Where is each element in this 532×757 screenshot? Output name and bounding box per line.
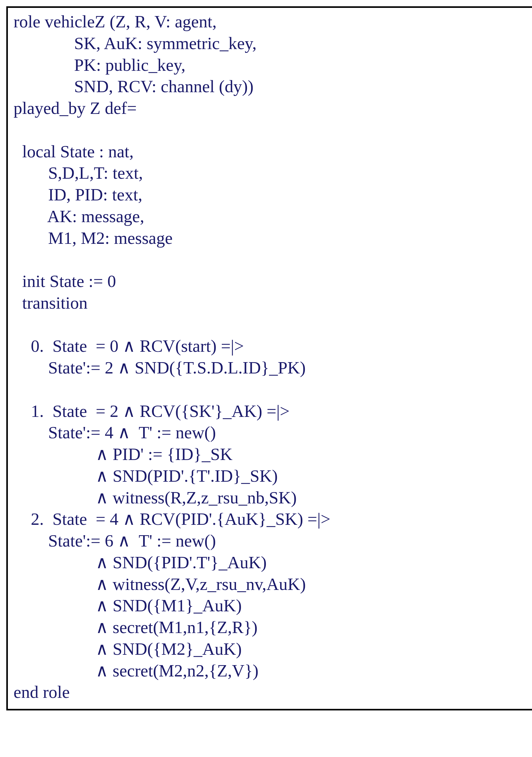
hlpsl-code-block: role vehicleZ (Z, R, V: agent, SK, AuK: … [14, 11, 531, 703]
code-container: role vehicleZ (Z, R, V: agent, SK, AuK: … [6, 6, 532, 711]
